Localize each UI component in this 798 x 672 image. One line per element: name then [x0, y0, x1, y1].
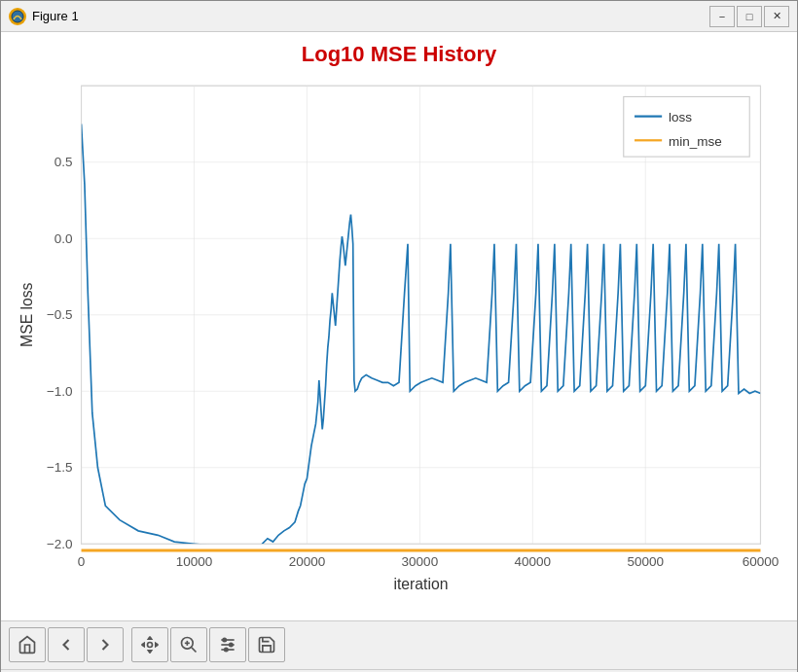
svg-text:50000: 50000	[628, 554, 665, 569]
svg-text:10000: 10000	[176, 554, 213, 569]
svg-line-44	[192, 648, 197, 653]
svg-text:−0.5: −0.5	[47, 307, 73, 322]
svg-point-52	[225, 648, 228, 651]
svg-text:0.0: 0.0	[54, 231, 73, 246]
home-button[interactable]	[9, 627, 46, 662]
svg-text:20000: 20000	[289, 554, 326, 569]
close-button[interactable]: ✕	[764, 6, 789, 27]
main-chart-svg: 0.5 0.0 −0.5 −1.0 −1.5 −2.0 0 10000 2000…	[16, 75, 782, 610]
svg-text:0.5: 0.5	[54, 155, 73, 169]
svg-text:−1.5: −1.5	[47, 460, 73, 475]
svg-text:60000: 60000	[743, 554, 780, 569]
window-controls: − □ ✕	[709, 6, 789, 27]
svg-point-38	[148, 643, 153, 648]
svg-text:30000: 30000	[402, 554, 439, 569]
save-button[interactable]	[248, 627, 285, 662]
zoom-button[interactable]	[170, 627, 207, 662]
content-area: Log10 MSE History	[1, 32, 797, 672]
svg-point-51	[230, 643, 233, 646]
window-title: Figure 1	[32, 9, 709, 23]
pan-button[interactable]	[131, 627, 168, 662]
svg-text:40000: 40000	[515, 554, 552, 569]
figure-window: Figure 1 − □ ✕ Log10 MSE History	[0, 0, 798, 672]
chart-container: 0.5 0.0 −0.5 −1.0 −1.5 −2.0 0 10000 2000…	[16, 75, 782, 610]
toolbar	[1, 620, 797, 669]
svg-point-50	[223, 638, 226, 641]
svg-text:−2.0: −2.0	[47, 537, 73, 551]
svg-text:MSE loss: MSE loss	[18, 282, 35, 346]
svg-text:loss: loss	[669, 110, 692, 124]
svg-text:min_mse: min_mse	[669, 134, 722, 149]
titlebar: Figure 1 − □ ✕	[1, 1, 797, 32]
maximize-button[interactable]: □	[737, 6, 762, 27]
minimize-button[interactable]: −	[709, 6, 735, 27]
back-button[interactable]	[48, 627, 85, 662]
app-icon	[9, 8, 26, 25]
svg-text:iteration: iteration	[394, 576, 449, 592]
statusbar: https://matplotlib.org/api/mpl_toolkits.…	[1, 669, 797, 672]
chart-area: Log10 MSE History	[1, 32, 797, 620]
svg-text:−1.0: −1.0	[47, 384, 73, 399]
forward-button[interactable]	[87, 627, 124, 662]
chart-title: Log10 MSE History	[16, 42, 782, 67]
svg-text:0: 0	[78, 554, 86, 569]
subplots-button[interactable]	[209, 627, 246, 662]
